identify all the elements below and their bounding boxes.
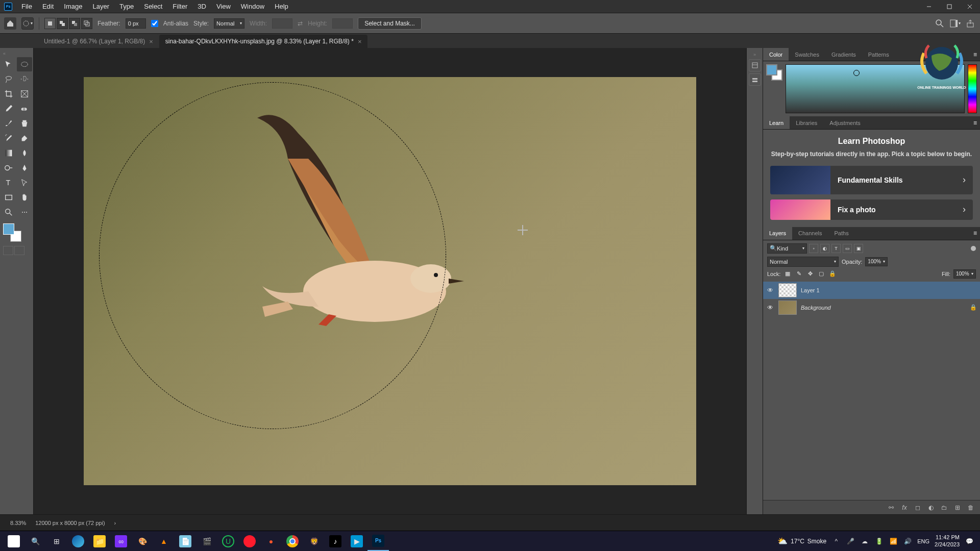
minimize-button[interactable] xyxy=(919,0,939,13)
layer-filter-type[interactable]: 🔍 Kind▾ xyxy=(767,243,807,254)
history-brush-tool[interactable] xyxy=(1,131,16,145)
start-button[interactable] xyxy=(3,532,24,551)
maximize-button[interactable] xyxy=(939,0,960,13)
opacity-input[interactable]: 100%▾ xyxy=(865,257,888,266)
wifi-icon[interactable]: 📶 xyxy=(889,537,898,546)
battery-icon[interactable]: 🔋 xyxy=(874,537,884,546)
menu-window[interactable]: Window xyxy=(236,1,270,12)
properties-panel-icon[interactable] xyxy=(749,73,761,86)
filter-shape-icon[interactable]: ▭ xyxy=(843,244,852,253)
notepad-icon[interactable]: 📄 xyxy=(175,532,196,551)
app-icon-4[interactable]: 🦁 xyxy=(303,532,325,551)
explorer-icon[interactable]: 📁 xyxy=(89,532,110,551)
menu-help[interactable]: Help xyxy=(270,1,293,12)
quickmask-button[interactable] xyxy=(3,246,13,255)
learn-tab[interactable]: Learn xyxy=(763,116,790,129)
elliptical-marquee-tool[interactable] xyxy=(17,57,32,71)
screenmode-button[interactable] xyxy=(14,246,24,255)
rectangle-tool[interactable] xyxy=(1,190,16,205)
patterns-tab[interactable]: Patterns xyxy=(862,48,895,61)
style-select[interactable]: Normal▾ xyxy=(214,18,244,29)
layers-tab[interactable]: Layers xyxy=(763,227,792,240)
zoom-level[interactable]: 8.33% xyxy=(10,520,26,526)
color-tab[interactable]: Color xyxy=(763,48,789,61)
zoom-tool[interactable] xyxy=(1,205,16,219)
lasso-tool[interactable] xyxy=(1,72,16,86)
filter-pixel-icon[interactable]: ▫ xyxy=(809,244,818,253)
layer-name[interactable]: Layer 1 xyxy=(801,287,820,293)
menu-image[interactable]: Image xyxy=(59,1,87,12)
visibility-toggle[interactable]: 👁 xyxy=(766,287,774,294)
learn-card-fundamental[interactable]: Fundamental Skills › xyxy=(770,166,973,194)
language-indicator[interactable]: ENG xyxy=(917,538,929,544)
selection-intersect-button[interactable] xyxy=(81,18,92,29)
hand-tool[interactable] xyxy=(17,190,32,205)
search-icon[interactable] xyxy=(934,18,945,29)
antialias-checkbox[interactable] xyxy=(151,20,158,27)
microphone-icon[interactable]: 🎤 xyxy=(846,537,855,546)
document-dimensions[interactable]: 12000 px x 8000 px (72 ppi) xyxy=(35,520,105,526)
weather-widget[interactable]: ⛅ 17°C Smoke xyxy=(777,536,826,546)
libraries-tab[interactable]: Libraries xyxy=(790,116,823,129)
tool-preset-picker[interactable]: ▾ xyxy=(21,17,34,30)
gradient-tool[interactable] xyxy=(1,146,16,160)
filter-smartobj-icon[interactable]: ▣ xyxy=(854,244,863,253)
lock-pixels-icon[interactable]: ✎ xyxy=(795,270,803,278)
learn-card-fixphoto[interactable]: Fix a photo › xyxy=(770,199,973,220)
edge-icon[interactable] xyxy=(67,532,89,551)
quick-selection-tool[interactable] xyxy=(17,72,32,86)
workspace-icon[interactable]: ▾ xyxy=(949,18,961,29)
app-icon-2[interactable]: 🎨 xyxy=(132,532,153,551)
clock[interactable]: 11:42 PM 2/24/2023 xyxy=(935,534,960,547)
menu-filter[interactable]: Filter xyxy=(167,1,192,12)
lock-artboard-icon[interactable]: ▢ xyxy=(817,270,825,278)
selection-subtract-button[interactable] xyxy=(69,18,80,29)
gradients-tab[interactable]: Gradients xyxy=(825,48,862,61)
delete-layer-icon[interactable]: 🗑 xyxy=(967,504,975,512)
chrome-icon[interactable] xyxy=(282,532,303,551)
feather-input[interactable] xyxy=(126,18,146,29)
menu-layer[interactable]: Layer xyxy=(88,1,115,12)
blur-tool[interactable] xyxy=(17,146,32,160)
dodge-tool[interactable] xyxy=(1,161,16,175)
volume-icon[interactable]: 🔊 xyxy=(903,537,912,546)
layer-row[interactable]: 👁 Background 🔒 xyxy=(763,299,980,316)
app-icon-5[interactable]: ▶ xyxy=(346,532,368,551)
crop-tool[interactable] xyxy=(1,87,16,101)
lock-position-icon[interactable]: ✥ xyxy=(806,270,814,278)
video-editor-icon[interactable]: 🎬 xyxy=(196,532,217,551)
clone-stamp-tool[interactable] xyxy=(17,116,32,131)
panel-foreground-color[interactable] xyxy=(766,64,777,76)
group-layers-icon[interactable]: 🗀 xyxy=(940,504,948,512)
select-and-mask-button[interactable]: Select and Mask... xyxy=(358,17,422,30)
color-swatch[interactable] xyxy=(3,223,21,242)
lock-transparency-icon[interactable]: ▦ xyxy=(783,270,792,278)
move-tool[interactable] xyxy=(1,57,16,71)
filter-adjustment-icon[interactable]: ◐ xyxy=(820,244,829,253)
paths-tab[interactable]: Paths xyxy=(828,227,855,240)
frame-tool[interactable] xyxy=(17,87,32,101)
opera-icon[interactable] xyxy=(239,532,260,551)
status-more-icon[interactable]: › xyxy=(114,520,116,526)
panel-menu-icon[interactable]: ≡ xyxy=(970,116,980,129)
menu-3d[interactable]: 3D xyxy=(192,1,211,12)
link-layers-icon[interactable]: ⚯ xyxy=(887,504,895,512)
photoshop-taskbar-icon[interactable]: Ps xyxy=(368,532,389,551)
document-tab[interactable]: Untitled-1 @ 66.7% (Layer 1, RGB/8) × xyxy=(38,35,159,48)
selection-new-button[interactable] xyxy=(44,18,56,29)
brush-tool[interactable] xyxy=(1,116,16,131)
pen-tool[interactable] xyxy=(17,161,32,175)
close-button[interactable] xyxy=(960,0,980,13)
menu-file[interactable]: File xyxy=(16,1,37,12)
channels-tab[interactable]: Channels xyxy=(792,227,828,240)
task-view-button[interactable]: ⊞ xyxy=(46,532,67,551)
notifications-icon[interactable]: 💬 xyxy=(965,537,974,546)
menu-select[interactable]: Select xyxy=(139,1,167,12)
tab-close-icon[interactable]: × xyxy=(358,38,362,45)
new-layer-icon[interactable]: ⊞ xyxy=(953,504,962,512)
panel-menu-icon[interactable]: ≡ xyxy=(970,227,980,240)
type-tool[interactable]: T xyxy=(1,176,16,190)
edit-toolbar-button[interactable]: ⋯ xyxy=(17,205,32,219)
tab-close-icon[interactable]: × xyxy=(149,38,153,45)
menu-edit[interactable]: Edit xyxy=(37,1,59,12)
